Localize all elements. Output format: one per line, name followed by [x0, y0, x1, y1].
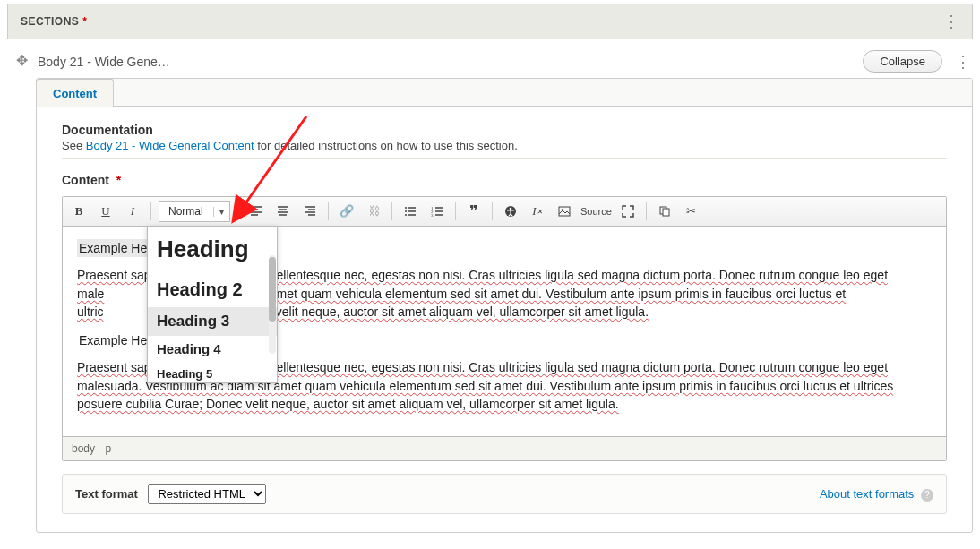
dd-item-heading-1[interactable]: Heading [148, 227, 277, 272]
paragraph-format-dropdown[interactable]: Normal▾ [159, 201, 230, 222]
remove-format-icon[interactable]: I✕ [527, 201, 548, 222]
path-p[interactable]: p [105, 442, 111, 455]
toolbar-separator [455, 202, 456, 220]
toolbar-separator [391, 202, 392, 220]
align-left-icon[interactable] [245, 201, 267, 222]
content-field-label: Content * [62, 173, 947, 187]
copy-icon[interactable] [654, 201, 675, 222]
text-format-row: Text format Restricted HTML About text f… [62, 474, 947, 514]
content-panel: Content Documentation See Body 21 - Wide… [36, 78, 973, 533]
required-star: * [82, 15, 87, 28]
dd-item-heading-2[interactable]: Heading 2 [148, 272, 277, 307]
body-kebab-icon[interactable]: ⋮ [955, 54, 971, 70]
svg-point-0 [405, 207, 407, 209]
svg-point-1 [405, 210, 407, 212]
align-center-icon[interactable] [272, 201, 294, 222]
collapse-button[interactable]: Collapse [863, 50, 942, 73]
svg-rect-11 [663, 209, 669, 216]
text-format-select[interactable]: Restricted HTML [148, 484, 266, 504]
dd-item-heading-3[interactable]: Heading 3 [148, 307, 277, 336]
sections-header-bar: SECTIONS* ⋮ [7, 4, 973, 39]
numbered-list-icon[interactable]: 123 [426, 201, 448, 222]
accessibility-icon[interactable] [500, 201, 521, 222]
editor-elements-path: body p [63, 436, 946, 460]
body-title: Body 21 - Wide Gene… [38, 55, 170, 69]
svg-point-7 [510, 208, 512, 210]
divider [62, 158, 947, 159]
blockquote-icon[interactable]: ❞ [463, 201, 485, 222]
link-icon[interactable]: 🔗 [336, 201, 357, 222]
path-body[interactable]: body [72, 442, 95, 455]
unlink-icon[interactable]: ⛓ [363, 201, 384, 222]
svg-point-2 [405, 214, 407, 216]
text-format-label: Text format [75, 487, 138, 501]
body-header: Body 21 - Wide Gene… Collapse ⋮ [36, 47, 973, 78]
format-dropdown-panel: Heading Heading 2 Heading 3 Heading 4 He… [147, 226, 278, 383]
italic-button[interactable]: I [122, 201, 143, 222]
chevron-down-icon: ▾ [213, 207, 224, 217]
align-right-icon[interactable] [299, 201, 321, 222]
documentation-link[interactable]: Body 21 - Wide General Content [86, 139, 254, 152]
svg-rect-8 [559, 207, 570, 216]
bold-button[interactable]: B [68, 201, 90, 222]
about-text-formats-link[interactable]: About text formats [820, 487, 915, 501]
example-heading-2: Example Hea [77, 331, 156, 349]
wysiwyg-editor: B U I Normal▾ [62, 196, 947, 461]
svg-text:3: 3 [431, 213, 434, 218]
documentation-line: See Body 21 - Wide General Content for d… [62, 139, 947, 152]
image-icon[interactable] [554, 201, 575, 222]
dropdown-scrollbar[interactable] [269, 255, 276, 354]
tabs-bar: Content [37, 79, 972, 107]
toolbar-separator [237, 202, 238, 220]
drag-handle-icon[interactable]: ✥ [7, 47, 36, 533]
underline-button[interactable]: U [95, 201, 116, 222]
documentation-heading: Documentation [62, 123, 947, 137]
tab-content[interactable]: Content [36, 79, 114, 107]
editor-toolbar: B U I Normal▾ [63, 197, 946, 227]
maximize-icon[interactable] [617, 201, 639, 222]
dd-item-heading-5[interactable]: Heading 5 [148, 362, 277, 382]
sections-kebab-icon[interactable]: ⋮ [943, 13, 959, 30]
help-icon[interactable]: ? [921, 489, 933, 502]
bulleted-list-icon[interactable] [400, 201, 421, 222]
source-button[interactable]: Source [580, 201, 612, 222]
example-heading-1: Example Hea [77, 239, 156, 257]
toolbar-separator [328, 202, 329, 220]
toolbar-separator [492, 202, 493, 220]
sections-label: SECTIONS* [21, 15, 88, 28]
cut-icon[interactable]: ✂ [681, 201, 702, 222]
toolbar-separator [646, 202, 647, 220]
dd-item-heading-4[interactable]: Heading 4 [148, 336, 277, 362]
toolbar-separator [150, 202, 151, 220]
